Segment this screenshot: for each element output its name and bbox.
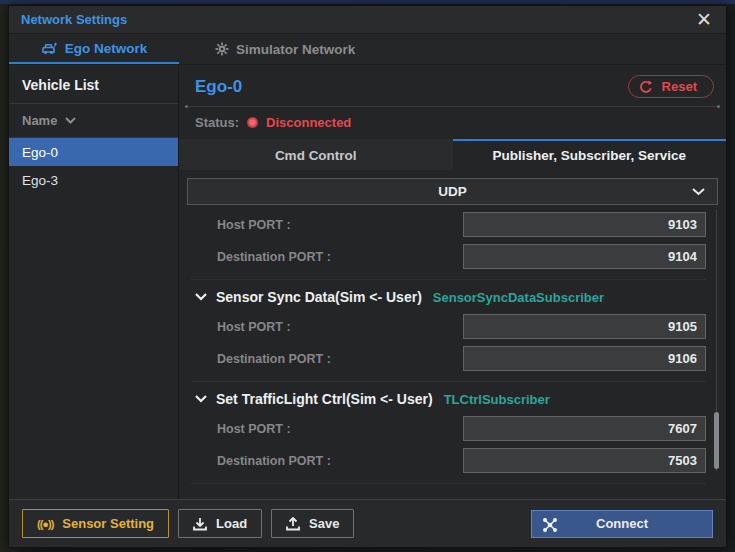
- upload-icon: [286, 517, 300, 531]
- port-input[interactable]: [463, 314, 706, 339]
- port-input[interactable]: [463, 212, 706, 237]
- divider: [187, 106, 718, 107]
- chevron-down-icon: [195, 395, 207, 403]
- sub-tabbar: Cmd Control Publisher, Subscriber, Servi…: [179, 139, 726, 170]
- tab-simulator-network-label: Simulator Network: [236, 42, 355, 57]
- dialog-titlebar: Network Settings ✕: [9, 6, 726, 34]
- main-tabbar: Ego Network Simulator Network: [9, 34, 726, 65]
- save-button[interactable]: Save: [271, 509, 354, 538]
- tab-ego-network[interactable]: Ego Network: [9, 34, 179, 64]
- port-input[interactable]: [463, 244, 706, 269]
- tab-simulator-network[interactable]: Simulator Network: [201, 34, 369, 64]
- protocol-select[interactable]: UDP: [187, 178, 718, 205]
- chevron-down-icon: [692, 188, 705, 196]
- load-button[interactable]: Load: [178, 509, 262, 538]
- port-row: Host PORT :: [217, 314, 706, 339]
- vehicle-list-item-ego-0[interactable]: Ego-0: [9, 138, 178, 166]
- tab-ego-network-label: Ego Network: [65, 41, 148, 56]
- refresh-icon: [639, 80, 653, 94]
- port-input[interactable]: [463, 416, 706, 441]
- port-row: Host PORT :: [217, 212, 706, 237]
- port-label: Host PORT :: [217, 218, 291, 232]
- port-row: Destination PORT :: [217, 448, 706, 473]
- port-label: Destination PORT :: [217, 352, 331, 366]
- port-label: Host PORT :: [217, 422, 291, 436]
- tab-publisher-subscriber-service[interactable]: Publisher, Subscriber, Service: [453, 139, 727, 170]
- section-subscriber: TLCtrlSubscriber: [444, 392, 550, 407]
- sensor-setting-button[interactable]: ((●)) Sensor Setting: [22, 509, 169, 538]
- vehicle-list-title: Vehicle List: [9, 65, 178, 104]
- reset-label: Reset: [662, 79, 697, 94]
- port-label: Destination PORT :: [217, 454, 331, 468]
- section-header-sensor-sync-data[interactable]: Sensor Sync Data(Sim <- User) SensorSync…: [195, 289, 706, 305]
- section-title: Sensor Sync Data(Sim <- User): [216, 289, 422, 305]
- connect-button[interactable]: Connect: [531, 510, 713, 538]
- dialog-footer: ((●)) Sensor Setting Load Save: [9, 499, 726, 547]
- section-header-set-trafficlight-ctrl[interactable]: Set TrafficLight Ctrl(Sim <- User) TLCtr…: [195, 391, 706, 407]
- divider: [191, 279, 706, 280]
- vehicle-title: Ego-0: [195, 77, 242, 97]
- chevron-down-icon: [65, 117, 76, 124]
- vehicle-list-sort-label: Name: [22, 113, 57, 128]
- load-label: Load: [216, 516, 247, 531]
- status-dot-icon: [247, 117, 258, 128]
- scrollbar-thumb[interactable]: [714, 412, 719, 469]
- tab-cmd-control[interactable]: Cmd Control: [179, 139, 453, 170]
- vehicle-detail-panel: Ego-0 Reset Status: Disconnected: [179, 65, 726, 499]
- save-label: Save: [309, 516, 339, 531]
- close-icon[interactable]: ✕: [694, 10, 714, 29]
- divider: [191, 483, 706, 484]
- section-title: Set TrafficLight Ctrl(Sim <- User): [216, 391, 433, 407]
- vehicle-list-panel: Vehicle List Name Ego-0 Ego-3: [9, 65, 179, 499]
- gear-icon: [215, 42, 229, 56]
- vehicle-list-item-ego-3[interactable]: Ego-3: [9, 166, 178, 194]
- background-app-strip: [0, 0, 735, 4]
- sensor-setting-label: Sensor Setting: [62, 516, 154, 531]
- port-label: Host PORT :: [217, 320, 291, 334]
- status-value: Disconnected: [266, 115, 351, 130]
- broadcast-icon: ((●)): [37, 518, 53, 530]
- status-label: Status:: [195, 115, 239, 130]
- vehicle-list-sort[interactable]: Name: [9, 104, 178, 138]
- port-row: Host PORT :: [217, 416, 706, 441]
- dialog-title: Network Settings: [21, 12, 127, 27]
- car-icon: [41, 42, 58, 55]
- divider: [191, 381, 706, 382]
- ports-scroll-area: Host PORT : Destination PORT : Sensor Sy…: [179, 205, 726, 499]
- reset-button[interactable]: Reset: [628, 75, 714, 98]
- port-row: Destination PORT :: [217, 244, 706, 269]
- network-settings-dialog: Network Settings ✕ Ego Network: [8, 5, 727, 548]
- port-row: Destination PORT :: [217, 346, 706, 371]
- port-input[interactable]: [463, 448, 706, 473]
- port-input[interactable]: [463, 346, 706, 371]
- protocol-select-value: UDP: [438, 184, 467, 199]
- section-subscriber: SensorSyncDataSubscriber: [433, 290, 604, 305]
- download-icon: [193, 517, 207, 531]
- status-row: Status: Disconnected: [179, 107, 726, 139]
- port-label: Destination PORT :: [217, 250, 331, 264]
- chevron-down-icon: [195, 293, 207, 301]
- connect-label: Connect: [596, 516, 648, 531]
